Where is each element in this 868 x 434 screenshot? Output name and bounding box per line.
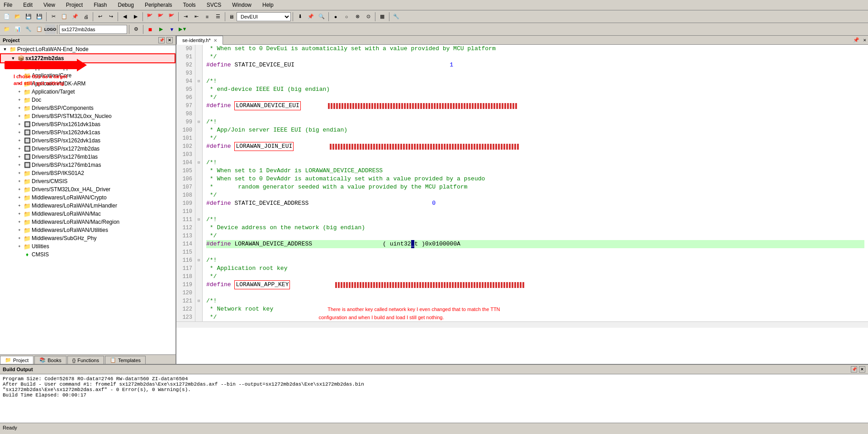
tree-item-1[interactable]: + 📁 Application/Core xyxy=(0,71,175,80)
expand-3[interactable]: + xyxy=(16,89,23,95)
editor-scroll-h[interactable] xyxy=(176,321,868,328)
tree-item-18[interactable]: + 📁 Middlewares/LoRaWAN/Mac xyxy=(0,210,175,218)
build-pin-button[interactable]: 📌 xyxy=(851,366,857,373)
t2-btn3[interactable]: 🔧 xyxy=(24,24,33,34)
menu-edit[interactable]: Edit xyxy=(21,1,34,9)
build-close-button[interactable]: ✕ xyxy=(859,366,865,373)
tab-books[interactable]: 📚 Books xyxy=(34,356,66,364)
expand-23[interactable] xyxy=(16,251,23,258)
expand-11[interactable]: + xyxy=(16,154,23,160)
save-button[interactable]: 💾 xyxy=(24,12,33,22)
expand-21[interactable]: + xyxy=(16,235,23,241)
expand-1[interactable]: + xyxy=(16,72,23,79)
load-button[interactable]: ⬇ xyxy=(295,12,305,22)
tree-item-14[interactable]: + 📁 Drivers/CMSIS xyxy=(0,177,175,185)
expand-14[interactable]: + xyxy=(16,178,23,184)
cut-button[interactable]: ✂ xyxy=(48,12,58,22)
expand-0[interactable]: + xyxy=(16,64,23,71)
tree-item-6[interactable]: + 📁 Drivers/BSP/STM32L0xx_Nucleo xyxy=(0,112,175,120)
t2-build-button[interactable]: ■ xyxy=(145,24,155,34)
menu-svcs[interactable]: SVCS xyxy=(205,1,223,9)
t2-run-download-button[interactable]: ▶▼ xyxy=(178,24,188,34)
expand-9[interactable]: + xyxy=(16,137,23,144)
nav-fwd-button[interactable]: ▶ xyxy=(131,12,141,22)
undo-button[interactable]: ↩ xyxy=(95,12,105,22)
print-button[interactable]: 🖨 xyxy=(81,12,91,22)
expand-4[interactable]: + xyxy=(16,97,23,103)
tree-item-23[interactable]: ♦ CMSIS xyxy=(0,250,175,259)
expand-22[interactable]: + xyxy=(16,243,23,250)
root-expand-icon[interactable]: ▼ xyxy=(2,46,8,52)
collapse-116[interactable]: ⊟ xyxy=(195,256,202,264)
debug-button[interactable]: ⊙ xyxy=(363,12,373,22)
format-button[interactable]: ≡ xyxy=(202,12,212,22)
tree-root[interactable]: ▼ 📁 Project:LoRaWAN-End_Node xyxy=(0,45,175,53)
menu-project[interactable]: Project xyxy=(64,1,85,9)
target-button[interactable]: ⊗ xyxy=(352,12,362,22)
menu-debug[interactable]: Debug xyxy=(116,1,136,9)
editor-pin-button[interactable]: 📌 xyxy=(853,37,859,43)
t2-settings-button[interactable]: ⚙ xyxy=(131,24,141,34)
expand-2[interactable]: + xyxy=(16,80,23,87)
t2-btn4[interactable]: 📋 xyxy=(34,24,44,34)
menu-view[interactable]: View xyxy=(42,1,57,9)
outdent-button[interactable]: ⇤ xyxy=(191,12,201,22)
bookmark1-button[interactable]: 🚩 xyxy=(145,12,155,22)
expand-13[interactable]: + xyxy=(16,170,23,176)
collapse-104[interactable]: ⊟ xyxy=(195,159,202,167)
expand-15[interactable]: + xyxy=(16,186,23,193)
code-lines[interactable]: * When set to 0 DevEui is automatically … xyxy=(203,45,868,321)
tree-item-8[interactable]: + 🔲 Drivers/BSP/sx1262dvk1cas xyxy=(0,128,175,137)
tree-item-20[interactable]: + 📁 Middlewares/LoRaWAN/Utilities xyxy=(0,226,175,234)
sx1272-expand-icon[interactable]: ▼ xyxy=(10,55,16,61)
code-editor[interactable]: 90 91 92 93 94 95 96 97 98 99 100 101 10… xyxy=(176,45,868,364)
redo-button[interactable]: ↪ xyxy=(106,12,116,22)
editor-close-button[interactable]: ✕ xyxy=(861,36,868,44)
expand-5[interactable]: + xyxy=(16,105,23,111)
tree-item-13[interactable]: + 📁 Drivers/BSP/IKS01A2 xyxy=(0,169,175,177)
pin-button[interactable]: 📌 xyxy=(306,12,316,22)
menu-peripherals[interactable]: Peripherals xyxy=(143,1,174,9)
expand-12[interactable]: + xyxy=(16,162,23,168)
search-button[interactable]: 🔍 xyxy=(317,12,327,22)
tree-item-17[interactable]: + 📁 Middlewares/LoRaWAN/LmHandler xyxy=(0,202,175,210)
tree-item-21[interactable]: + 📁 Middlewares/SubGHz_Phy xyxy=(0,234,175,242)
expand-20[interactable]: + xyxy=(16,227,23,233)
nav-back-button[interactable]: ◀ xyxy=(120,12,130,22)
tree-item-7[interactable]: + 🔲 Drivers/BSP/sx1261dvk1bas xyxy=(0,120,175,128)
target-select-input[interactable] xyxy=(59,25,127,34)
tree-item-16[interactable]: + 📁 Middlewares/LoRaWAN/Crypto xyxy=(0,193,175,202)
paste-button[interactable]: 📌 xyxy=(70,12,80,22)
bookmark3-button[interactable]: 🚩 xyxy=(166,12,176,22)
copy-button[interactable]: 📋 xyxy=(59,12,69,22)
expand-17[interactable]: + xyxy=(16,203,23,209)
collapse-99[interactable]: ⊟ xyxy=(195,118,202,126)
collapse-94[interactable]: ⊟ xyxy=(195,77,202,85)
tree-item-12[interactable]: + 🔲 Drivers/BSP/sx1276mb1mas xyxy=(0,161,175,169)
menu-help[interactable]: Help xyxy=(261,1,275,9)
tools-button[interactable]: 🔧 xyxy=(391,12,401,22)
tree-item-3[interactable]: + 📁 Application/Target xyxy=(0,88,175,96)
panel-close-button[interactable]: ✕ xyxy=(166,37,173,43)
expand-8[interactable]: + xyxy=(16,129,23,136)
collapse-121[interactable]: ⊟ xyxy=(195,297,202,305)
menu-tools[interactable]: Tools xyxy=(181,1,198,9)
expand-19[interactable]: + xyxy=(16,219,23,225)
menu-window[interactable]: Window xyxy=(230,1,253,9)
tree-item-9[interactable]: + 🔲 Drivers/BSP/sx1262dvk1das xyxy=(0,137,175,145)
tree-item-2[interactable]: + 📁 Application/MDK-ARM xyxy=(0,80,175,88)
tree-item-sx1272[interactable]: ▼ 📦 sx1272mb2das xyxy=(0,53,175,63)
t2-btn2[interactable]: 📊 xyxy=(13,24,23,34)
tree-item-10[interactable]: + 🔲 Drivers/BSP/sx1272mb2das xyxy=(0,145,175,153)
editor-tab-se-identity[interactable]: se-identity.h* ✕ xyxy=(176,36,223,45)
tree-item-11[interactable]: + 🔲 Drivers/BSP/sx1276mb1las xyxy=(0,153,175,161)
t2-btn1[interactable]: 📁 xyxy=(2,24,12,34)
tree-item-4[interactable]: + 📁 Doc xyxy=(0,96,175,104)
new-file-button[interactable]: 📄 xyxy=(2,12,12,22)
target-dropdown[interactable]: DevEUI xyxy=(237,12,291,21)
panel-pin-button[interactable]: 📌 xyxy=(158,37,165,43)
expand-7[interactable]: + xyxy=(16,121,23,127)
expand-16[interactable]: + xyxy=(16,194,23,201)
collapse-111[interactable]: ⊟ xyxy=(195,216,202,224)
tree-item-5[interactable]: + 📁 Drivers/BSP/Components xyxy=(0,104,175,112)
